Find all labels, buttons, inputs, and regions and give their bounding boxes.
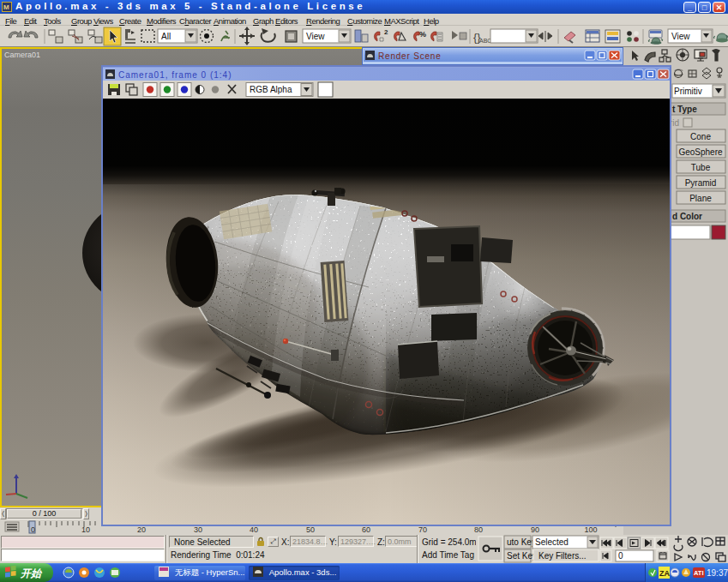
svg-text:90: 90 (531, 525, 539, 534)
svg-text:uto Key: uto Key (507, 537, 536, 547)
svg-text:70: 70 (418, 525, 427, 534)
svg-text:19:37: 19:37 (707, 568, 728, 578)
svg-text:2: 2 (384, 28, 388, 36)
svg-text:View: View (671, 32, 690, 41)
svg-text:All: All (161, 32, 171, 41)
svg-text:ZA: ZA (659, 569, 670, 578)
svg-text:60: 60 (362, 525, 370, 534)
svg-text:View: View (306, 32, 325, 41)
svg-text:Key Filters...: Key Filters... (538, 551, 587, 561)
svg-text:Primitiv: Primitiv (674, 87, 702, 96)
svg-text:ATI: ATI (694, 569, 704, 577)
svg-text:50: 50 (306, 525, 315, 534)
svg-text:Plane: Plane (689, 194, 712, 203)
svg-text:10: 10 (81, 525, 90, 534)
svg-text:t Type: t Type (672, 105, 697, 114)
svg-text:Render Scene: Render Scene (378, 51, 442, 61)
svg-text:40: 40 (250, 525, 258, 534)
svg-text:ABC: ABC (479, 38, 491, 44)
svg-text:Tube: Tube (691, 163, 711, 172)
svg-text:Cone: Cone (690, 132, 711, 141)
svg-text:Camera01, frame 0 (1:4): Camera01, frame 0 (1:4) (118, 70, 232, 80)
svg-text:80: 80 (474, 525, 483, 534)
svg-text:0: 0 (618, 551, 623, 561)
svg-text:0: 0 (31, 525, 35, 534)
svg-text:20: 20 (137, 525, 146, 534)
svg-text:100: 100 (584, 525, 597, 534)
svg-text:Set Key: Set Key (507, 551, 537, 561)
svg-text:d Color: d Color (672, 212, 702, 221)
svg-text:RGB Alpha: RGB Alpha (250, 85, 292, 94)
svg-text:M: M (3, 3, 9, 11)
svg-text:Selected: Selected (535, 537, 569, 547)
svg-text:Pyramid: Pyramid (685, 178, 717, 188)
svg-text:%: % (419, 30, 426, 39)
svg-text:30: 30 (194, 525, 202, 534)
svg-text:开始: 开始 (20, 567, 43, 579)
svg-text:GeoSphere: GeoSphere (678, 147, 723, 157)
